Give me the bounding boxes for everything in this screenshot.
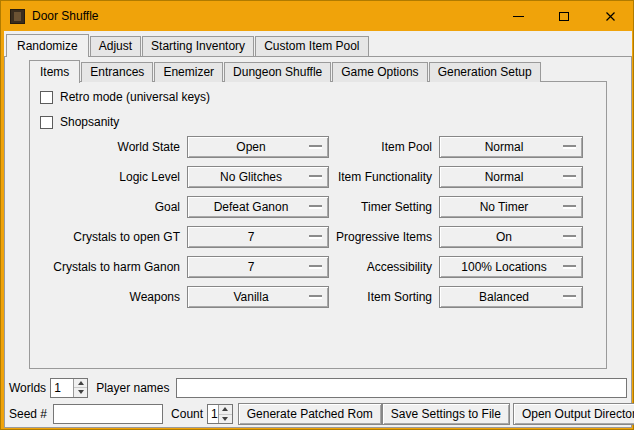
logic-level-label: Logic Level xyxy=(30,170,180,184)
count-label: Count xyxy=(171,407,203,421)
tab-adjust[interactable]: Adjust xyxy=(90,36,141,56)
maximize-button[interactable] xyxy=(541,1,587,31)
tab-dungeon-shuffle[interactable]: Dungeon Shuffle xyxy=(224,62,331,82)
titlebar[interactable]: Door Shuffle xyxy=(1,1,633,31)
weapons-label: Weapons xyxy=(30,290,180,304)
spin-down-button[interactable] xyxy=(219,414,232,424)
world-state-dropdown[interactable]: Open xyxy=(187,136,329,158)
accessibility-value: 100% Locations xyxy=(461,260,560,274)
logic-level-value: No Glitches xyxy=(220,170,296,184)
save-settings-button[interactable]: Save Settings to File xyxy=(382,403,510,425)
generate-patched-rom-button[interactable]: Generate Patched Rom xyxy=(238,403,382,425)
worlds-spinbox-value: 1 xyxy=(51,379,73,397)
dropdown-indicator-icon xyxy=(309,145,322,149)
checkbox-box xyxy=(40,116,53,129)
spin-up-button[interactable] xyxy=(219,405,232,414)
arrow-up-icon xyxy=(222,407,228,411)
tab-randomize[interactable]: Randomize xyxy=(6,34,89,57)
options-grid: World State Open Item Pool Normal Logic … xyxy=(30,132,606,312)
option-row: Goal Defeat Ganon Timer Setting No Timer xyxy=(30,192,606,222)
spinner-buttons xyxy=(73,379,87,397)
tab-items[interactable]: Items xyxy=(29,60,80,83)
randomize-pane: Items Entrances Enemizer Dungeon Shuffle… xyxy=(4,56,632,428)
progressive-items-dropdown[interactable]: On xyxy=(439,226,583,248)
goal-dropdown[interactable]: Defeat Ganon xyxy=(187,196,329,218)
dropdown-indicator-icon xyxy=(563,205,576,209)
player-names-label: Player names xyxy=(96,381,169,395)
timer-setting-value: No Timer xyxy=(480,200,543,214)
spinner-buttons xyxy=(218,405,232,423)
count-spinbox-value: 1 xyxy=(208,405,218,423)
minimize-button[interactable] xyxy=(495,1,541,31)
retro-mode-checkbox[interactable]: Retro mode (universal keys) xyxy=(40,90,210,104)
spin-up-button[interactable] xyxy=(74,379,87,388)
retro-mode-label: Retro mode (universal keys) xyxy=(60,90,210,104)
tab-custom-item-pool[interactable]: Custom Item Pool xyxy=(255,36,368,56)
spin-down-button[interactable] xyxy=(74,387,87,397)
progressive-items-label: Progressive Items xyxy=(329,230,432,244)
goal-value: Defeat Ganon xyxy=(214,200,303,214)
worlds-label: Worlds xyxy=(9,381,46,395)
seed-input[interactable] xyxy=(53,404,163,424)
accessibility-dropdown[interactable]: 100% Locations xyxy=(439,256,583,278)
player-names-input[interactable] xyxy=(176,378,628,398)
option-row: Crystals to harm Ganon 7 Accessibility 1… xyxy=(30,252,606,282)
app-icon xyxy=(10,9,25,24)
option-row: Crystals to open GT 7 Progressive Items … xyxy=(30,222,606,252)
shopsanity-checkbox[interactable]: Shopsanity xyxy=(40,115,119,129)
seed-label: Seed # xyxy=(9,407,47,421)
world-state-value: Open xyxy=(236,140,279,154)
timer-setting-dropdown[interactable]: No Timer xyxy=(439,196,583,218)
shopsanity-label: Shopsanity xyxy=(60,115,119,129)
crystals-open-gt-label: Crystals to open GT xyxy=(30,230,180,244)
arrow-down-icon xyxy=(222,417,228,421)
progressive-items-value: On xyxy=(496,230,526,244)
goal-label: Goal xyxy=(30,200,180,214)
tab-game-options[interactable]: Game Options xyxy=(332,62,427,82)
item-functionality-value: Normal xyxy=(485,170,538,184)
timer-setting-label: Timer Setting xyxy=(329,200,432,214)
logic-level-dropdown[interactable]: No Glitches xyxy=(187,166,329,188)
open-output-directory-button[interactable]: Open Output Directory xyxy=(513,403,634,425)
option-row: World State Open Item Pool Normal xyxy=(30,132,606,162)
item-functionality-dropdown[interactable]: Normal xyxy=(439,166,583,188)
weapons-dropdown[interactable]: Vanilla xyxy=(187,286,329,308)
item-functionality-label: Item Functionality xyxy=(329,170,432,184)
app-window: Door Shuffle Randomize Adjust Starting I… xyxy=(0,0,634,430)
worlds-row: Worlds 1 Player names xyxy=(9,377,628,398)
worlds-spinbox[interactable]: 1 xyxy=(50,378,88,398)
crystals-open-gt-value: 7 xyxy=(248,230,269,244)
tab-entrances[interactable]: Entrances xyxy=(81,62,153,82)
item-pool-value: Normal xyxy=(485,140,538,154)
dropdown-indicator-icon xyxy=(309,175,322,179)
window-title: Door Shuffle xyxy=(32,9,99,23)
count-spinbox[interactable]: 1 xyxy=(207,404,233,424)
tab-enemizer[interactable]: Enemizer xyxy=(154,62,223,82)
dropdown-indicator-icon xyxy=(309,295,322,299)
dropdown-indicator-icon xyxy=(563,145,576,149)
world-state-label: World State xyxy=(30,140,180,154)
item-sorting-dropdown[interactable]: Balanced xyxy=(439,286,583,308)
dropdown-indicator-icon xyxy=(309,205,322,209)
seed-row: Seed # Count 1 Generate Patched Rom Save… xyxy=(9,403,628,425)
client-area: Randomize Adjust Starting Inventory Cust… xyxy=(4,31,632,428)
tab-starting-inventory[interactable]: Starting Inventory xyxy=(142,36,254,56)
crystals-harm-ganon-value: 7 xyxy=(248,260,269,274)
dropdown-indicator-icon xyxy=(563,265,576,269)
item-sorting-label: Item Sorting xyxy=(329,290,432,304)
item-sorting-value: Balanced xyxy=(479,290,543,304)
minimize-icon xyxy=(513,16,524,17)
item-pool-label: Item Pool xyxy=(329,140,432,154)
item-pool-dropdown[interactable]: Normal xyxy=(439,136,583,158)
crystals-harm-ganon-label: Crystals to harm Ganon xyxy=(30,260,180,274)
close-button[interactable] xyxy=(587,1,633,31)
outer-tab-bar: Randomize Adjust Starting Inventory Cust… xyxy=(6,34,370,56)
arrow-down-icon xyxy=(78,390,84,394)
crystals-harm-ganon-dropdown[interactable]: 7 xyxy=(187,256,329,278)
weapons-value: Vanilla xyxy=(233,290,282,304)
items-pane: Retro mode (universal keys) Shopsanity W… xyxy=(29,81,607,369)
checkbox-box xyxy=(40,91,53,104)
crystals-open-gt-dropdown[interactable]: 7 xyxy=(187,226,329,248)
tab-generation-setup[interactable]: Generation Setup xyxy=(429,62,541,82)
inner-tab-bar: Items Entrances Enemizer Dungeon Shuffle… xyxy=(29,60,542,82)
